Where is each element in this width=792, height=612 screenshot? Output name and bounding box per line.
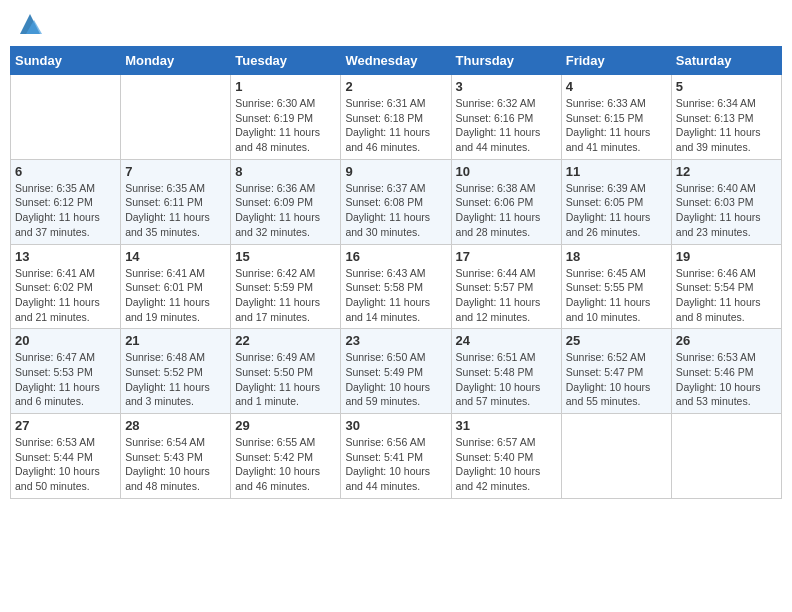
- column-header-saturday: Saturday: [671, 47, 781, 75]
- day-number: 13: [15, 249, 116, 264]
- calendar-cell: 6Sunrise: 6:35 AM Sunset: 6:12 PM Daylig…: [11, 159, 121, 244]
- week-row-2: 6Sunrise: 6:35 AM Sunset: 6:12 PM Daylig…: [11, 159, 782, 244]
- calendar-cell: 25Sunrise: 6:52 AM Sunset: 5:47 PM Dayli…: [561, 329, 671, 414]
- column-header-monday: Monday: [121, 47, 231, 75]
- day-number: 22: [235, 333, 336, 348]
- calendar-cell: 18Sunrise: 6:45 AM Sunset: 5:55 PM Dayli…: [561, 244, 671, 329]
- day-info: Sunrise: 6:52 AM Sunset: 5:47 PM Dayligh…: [566, 350, 667, 409]
- column-header-friday: Friday: [561, 47, 671, 75]
- day-info: Sunrise: 6:46 AM Sunset: 5:54 PM Dayligh…: [676, 266, 777, 325]
- day-info: Sunrise: 6:41 AM Sunset: 6:02 PM Dayligh…: [15, 266, 116, 325]
- calendar-cell: 17Sunrise: 6:44 AM Sunset: 5:57 PM Dayli…: [451, 244, 561, 329]
- calendar-cell: 1Sunrise: 6:30 AM Sunset: 6:19 PM Daylig…: [231, 75, 341, 160]
- calendar-cell: 9Sunrise: 6:37 AM Sunset: 6:08 PM Daylig…: [341, 159, 451, 244]
- day-number: 24: [456, 333, 557, 348]
- day-info: Sunrise: 6:55 AM Sunset: 5:42 PM Dayligh…: [235, 435, 336, 494]
- calendar-cell: 15Sunrise: 6:42 AM Sunset: 5:59 PM Dayli…: [231, 244, 341, 329]
- calendar-cell: 10Sunrise: 6:38 AM Sunset: 6:06 PM Dayli…: [451, 159, 561, 244]
- day-info: Sunrise: 6:35 AM Sunset: 6:11 PM Dayligh…: [125, 181, 226, 240]
- day-number: 14: [125, 249, 226, 264]
- week-row-4: 20Sunrise: 6:47 AM Sunset: 5:53 PM Dayli…: [11, 329, 782, 414]
- calendar-cell: 2Sunrise: 6:31 AM Sunset: 6:18 PM Daylig…: [341, 75, 451, 160]
- day-info: Sunrise: 6:45 AM Sunset: 5:55 PM Dayligh…: [566, 266, 667, 325]
- calendar-cell: 22Sunrise: 6:49 AM Sunset: 5:50 PM Dayli…: [231, 329, 341, 414]
- day-info: Sunrise: 6:48 AM Sunset: 5:52 PM Dayligh…: [125, 350, 226, 409]
- day-number: 30: [345, 418, 446, 433]
- day-info: Sunrise: 6:53 AM Sunset: 5:44 PM Dayligh…: [15, 435, 116, 494]
- calendar-cell: 19Sunrise: 6:46 AM Sunset: 5:54 PM Dayli…: [671, 244, 781, 329]
- day-info: Sunrise: 6:44 AM Sunset: 5:57 PM Dayligh…: [456, 266, 557, 325]
- calendar-cell: 5Sunrise: 6:34 AM Sunset: 6:13 PM Daylig…: [671, 75, 781, 160]
- day-number: 15: [235, 249, 336, 264]
- day-number: 7: [125, 164, 226, 179]
- calendar-cell: [561, 414, 671, 499]
- day-number: 17: [456, 249, 557, 264]
- calendar-cell: 27Sunrise: 6:53 AM Sunset: 5:44 PM Dayli…: [11, 414, 121, 499]
- day-info: Sunrise: 6:31 AM Sunset: 6:18 PM Dayligh…: [345, 96, 446, 155]
- day-number: 9: [345, 164, 446, 179]
- day-info: Sunrise: 6:57 AM Sunset: 5:40 PM Dayligh…: [456, 435, 557, 494]
- day-number: 10: [456, 164, 557, 179]
- day-info: Sunrise: 6:41 AM Sunset: 6:01 PM Dayligh…: [125, 266, 226, 325]
- calendar-cell: 28Sunrise: 6:54 AM Sunset: 5:43 PM Dayli…: [121, 414, 231, 499]
- day-number: 3: [456, 79, 557, 94]
- day-info: Sunrise: 6:47 AM Sunset: 5:53 PM Dayligh…: [15, 350, 116, 409]
- column-header-thursday: Thursday: [451, 47, 561, 75]
- page-header: [10, 10, 782, 38]
- calendar-cell: 16Sunrise: 6:43 AM Sunset: 5:58 PM Dayli…: [341, 244, 451, 329]
- week-row-5: 27Sunrise: 6:53 AM Sunset: 5:44 PM Dayli…: [11, 414, 782, 499]
- day-info: Sunrise: 6:42 AM Sunset: 5:59 PM Dayligh…: [235, 266, 336, 325]
- calendar-cell: 31Sunrise: 6:57 AM Sunset: 5:40 PM Dayli…: [451, 414, 561, 499]
- day-info: Sunrise: 6:54 AM Sunset: 5:43 PM Dayligh…: [125, 435, 226, 494]
- logo-icon: [16, 10, 44, 38]
- calendar-cell: 24Sunrise: 6:51 AM Sunset: 5:48 PM Dayli…: [451, 329, 561, 414]
- calendar-cell: 4Sunrise: 6:33 AM Sunset: 6:15 PM Daylig…: [561, 75, 671, 160]
- day-number: 27: [15, 418, 116, 433]
- day-number: 20: [15, 333, 116, 348]
- day-info: Sunrise: 6:39 AM Sunset: 6:05 PM Dayligh…: [566, 181, 667, 240]
- calendar-cell: 3Sunrise: 6:32 AM Sunset: 6:16 PM Daylig…: [451, 75, 561, 160]
- day-number: 11: [566, 164, 667, 179]
- day-number: 4: [566, 79, 667, 94]
- calendar-cell: 30Sunrise: 6:56 AM Sunset: 5:41 PM Dayli…: [341, 414, 451, 499]
- day-info: Sunrise: 6:37 AM Sunset: 6:08 PM Dayligh…: [345, 181, 446, 240]
- calendar-cell: 26Sunrise: 6:53 AM Sunset: 5:46 PM Dayli…: [671, 329, 781, 414]
- calendar-cell: 23Sunrise: 6:50 AM Sunset: 5:49 PM Dayli…: [341, 329, 451, 414]
- day-info: Sunrise: 6:30 AM Sunset: 6:19 PM Dayligh…: [235, 96, 336, 155]
- day-number: 31: [456, 418, 557, 433]
- day-info: Sunrise: 6:56 AM Sunset: 5:41 PM Dayligh…: [345, 435, 446, 494]
- day-number: 8: [235, 164, 336, 179]
- calendar-cell: [671, 414, 781, 499]
- calendar-cell: 14Sunrise: 6:41 AM Sunset: 6:01 PM Dayli…: [121, 244, 231, 329]
- calendar-cell: 8Sunrise: 6:36 AM Sunset: 6:09 PM Daylig…: [231, 159, 341, 244]
- day-number: 5: [676, 79, 777, 94]
- day-info: Sunrise: 6:36 AM Sunset: 6:09 PM Dayligh…: [235, 181, 336, 240]
- day-info: Sunrise: 6:50 AM Sunset: 5:49 PM Dayligh…: [345, 350, 446, 409]
- calendar-table: SundayMondayTuesdayWednesdayThursdayFrid…: [10, 46, 782, 499]
- day-number: 6: [15, 164, 116, 179]
- day-number: 19: [676, 249, 777, 264]
- calendar-cell: [11, 75, 121, 160]
- day-info: Sunrise: 6:38 AM Sunset: 6:06 PM Dayligh…: [456, 181, 557, 240]
- column-header-wednesday: Wednesday: [341, 47, 451, 75]
- calendar-cell: [121, 75, 231, 160]
- day-number: 16: [345, 249, 446, 264]
- day-info: Sunrise: 6:53 AM Sunset: 5:46 PM Dayligh…: [676, 350, 777, 409]
- day-number: 2: [345, 79, 446, 94]
- column-headers: SundayMondayTuesdayWednesdayThursdayFrid…: [11, 47, 782, 75]
- day-info: Sunrise: 6:35 AM Sunset: 6:12 PM Dayligh…: [15, 181, 116, 240]
- calendar-cell: 20Sunrise: 6:47 AM Sunset: 5:53 PM Dayli…: [11, 329, 121, 414]
- day-number: 26: [676, 333, 777, 348]
- column-header-sunday: Sunday: [11, 47, 121, 75]
- day-number: 25: [566, 333, 667, 348]
- day-info: Sunrise: 6:40 AM Sunset: 6:03 PM Dayligh…: [676, 181, 777, 240]
- day-number: 21: [125, 333, 226, 348]
- day-number: 1: [235, 79, 336, 94]
- day-number: 23: [345, 333, 446, 348]
- week-row-3: 13Sunrise: 6:41 AM Sunset: 6:02 PM Dayli…: [11, 244, 782, 329]
- day-info: Sunrise: 6:32 AM Sunset: 6:16 PM Dayligh…: [456, 96, 557, 155]
- day-number: 12: [676, 164, 777, 179]
- day-number: 18: [566, 249, 667, 264]
- calendar-cell: 21Sunrise: 6:48 AM Sunset: 5:52 PM Dayli…: [121, 329, 231, 414]
- calendar-cell: 13Sunrise: 6:41 AM Sunset: 6:02 PM Dayli…: [11, 244, 121, 329]
